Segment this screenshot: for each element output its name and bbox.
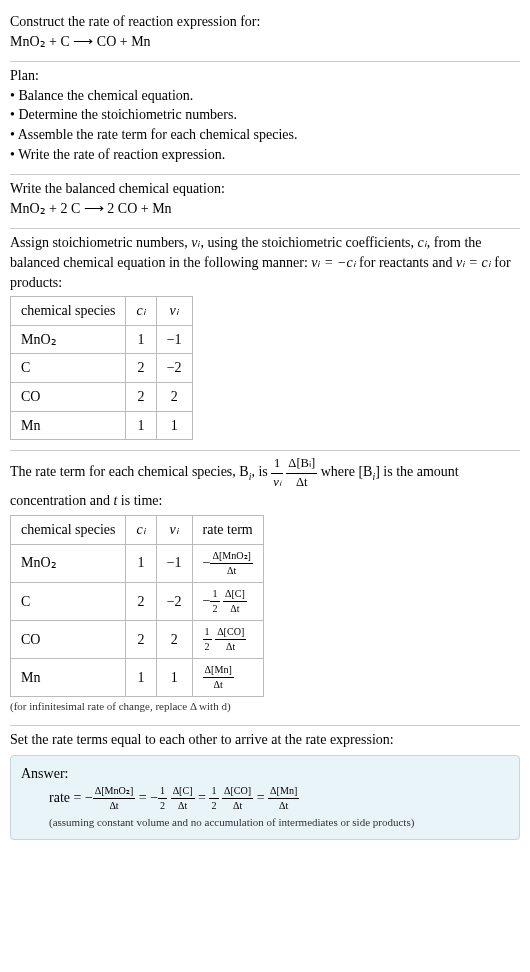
col-species: chemical species: [11, 297, 126, 326]
numerator: 1: [203, 625, 212, 640]
numerator: Δ[C]: [171, 784, 195, 799]
fraction: Δ[C]Δt: [223, 587, 247, 616]
balanced-section: Write the balanced chemical equation: Mn…: [10, 175, 520, 228]
cell-nui: −2: [156, 354, 192, 383]
text: The rate term for each chemical species,…: [10, 464, 249, 479]
cell-species: MnO₂: [11, 325, 126, 354]
cell-species: CO: [11, 620, 126, 658]
rate-label: rate =: [49, 790, 85, 805]
plan-bullet: • Balance the chemical equation.: [10, 86, 520, 106]
equals: =: [257, 790, 268, 805]
numerator: 1: [158, 784, 167, 799]
numerator: Δ[Bᵢ]: [286, 455, 317, 474]
table-row: MnO₂ 1 −1 −Δ[MnO₂]Δt: [11, 544, 264, 582]
cell-species: CO: [11, 382, 126, 411]
relation-products: νᵢ = cᵢ: [456, 255, 491, 270]
plan-section: Plan: • Balance the chemical equation. •…: [10, 62, 520, 174]
fraction: Δ[C]Δt: [171, 784, 195, 813]
expression-section: Set the rate terms equal to each other t…: [10, 726, 520, 850]
cell-rate-term: Δ[Mn]Δt: [192, 659, 263, 697]
col-rate-term: rate term: [192, 515, 263, 544]
numerator: 1: [271, 455, 283, 474]
numerator: Δ[Mn]: [203, 663, 234, 678]
table-row: MnO₂ 1 −1: [11, 325, 193, 354]
cell-species: MnO₂: [11, 544, 126, 582]
denominator: Δt: [223, 602, 247, 616]
cell-ci: 2: [126, 582, 156, 620]
col-nui: νᵢ: [156, 297, 192, 326]
fraction: 12: [209, 784, 218, 813]
neg-sign: −: [203, 554, 211, 569]
cell-species: C: [11, 582, 126, 620]
table-row: C 2 −2 −12 Δ[C]Δt: [11, 582, 264, 620]
prompt-title: Construct the rate of reaction expressio…: [10, 12, 520, 32]
cell-nui: −1: [156, 544, 192, 582]
cell-ci: 1: [126, 659, 156, 697]
col-species: chemical species: [11, 515, 126, 544]
cell-species: C: [11, 354, 126, 383]
numerator: 1: [210, 587, 219, 602]
table-row: CO 2 2: [11, 382, 193, 411]
fraction: Δ[CO]Δt: [215, 625, 246, 654]
cell-nui: 2: [156, 382, 192, 411]
plan-bullet: • Write the rate of reaction expression.: [10, 145, 520, 165]
cell-ci: 2: [126, 382, 156, 411]
c-i: cᵢ: [418, 235, 427, 250]
fraction: Δ[CO]Δt: [222, 784, 253, 813]
denominator: νᵢ: [271, 474, 283, 492]
numerator: Δ[MnO₂]: [93, 784, 135, 799]
table-row: Mn 1 1 Δ[Mn]Δt: [11, 659, 264, 697]
answer-label: Answer:: [21, 764, 509, 784]
numerator: Δ[MnO₂]: [210, 549, 252, 564]
fraction: 12: [203, 625, 212, 654]
cell-ci: 1: [126, 544, 156, 582]
text: for reactants and: [356, 255, 456, 270]
assumption-note: (assuming constant volume and no accumul…: [21, 815, 509, 830]
cell-nui: 1: [156, 411, 192, 440]
numerator: Δ[CO]: [222, 784, 253, 799]
delta-note: (for infinitesimal rate of change, repla…: [10, 699, 520, 714]
fraction: Δ[Mn]Δt: [268, 784, 299, 813]
plan-title: Plan:: [10, 66, 520, 86]
denominator: Δt: [222, 799, 253, 813]
cell-nui: 1: [156, 659, 192, 697]
denominator: Δt: [171, 799, 195, 813]
text: where [B: [321, 464, 373, 479]
col-nui: νᵢ: [156, 515, 192, 544]
stoich-table: chemical species cᵢ νᵢ MnO₂ 1 −1 C 2 −2 …: [10, 296, 193, 440]
answer-box: Answer: rate = −Δ[MnO₂]Δt = −12 Δ[C]Δt =…: [10, 755, 520, 839]
unbalanced-equation: MnO₂ + C ⟶ CO + Mn: [10, 32, 520, 52]
denominator: 2: [210, 602, 219, 616]
table-header-row: chemical species cᵢ νᵢ rate term: [11, 515, 264, 544]
denominator: Δt: [93, 799, 135, 813]
numerator: Δ[CO]: [215, 625, 246, 640]
numerator: Δ[C]: [223, 587, 247, 602]
rate-expression: rate = −Δ[MnO₂]Δt = −12 Δ[C]Δt = 12 Δ[CO…: [21, 784, 509, 813]
rate-term-section: The rate term for each chemical species,…: [10, 451, 520, 725]
denominator: Δt: [215, 640, 246, 654]
neg-sign: −: [85, 790, 93, 805]
text: Assign stoichiometric numbers,: [10, 235, 191, 250]
cell-nui: −1: [156, 325, 192, 354]
table-row: Mn 1 1: [11, 411, 193, 440]
cell-nui: 2: [156, 620, 192, 658]
fraction: 12: [210, 587, 219, 616]
cell-nui: −2: [156, 582, 192, 620]
text: , using the stoichiometric coefficients,: [200, 235, 417, 250]
denominator: Δt: [203, 678, 234, 692]
expression-title: Set the rate terms equal to each other t…: [10, 730, 520, 750]
denominator: Δt: [268, 799, 299, 813]
text: , is: [251, 464, 271, 479]
equals: =: [198, 790, 209, 805]
balanced-title: Write the balanced chemical equation:: [10, 179, 520, 199]
table-row: CO 2 2 12 Δ[CO]Δt: [11, 620, 264, 658]
stoich-section: Assign stoichiometric numbers, νᵢ, using…: [10, 229, 520, 450]
denominator: 2: [203, 640, 212, 654]
cell-rate-term: 12 Δ[CO]Δt: [192, 620, 263, 658]
cell-rate-term: −Δ[MnO₂]Δt: [192, 544, 263, 582]
stoich-intro: Assign stoichiometric numbers, νᵢ, using…: [10, 233, 520, 292]
col-ci: cᵢ: [126, 297, 156, 326]
rate-term-table: chemical species cᵢ νᵢ rate term MnO₂ 1 …: [10, 515, 264, 697]
cell-ci: 2: [126, 354, 156, 383]
relation-reactants: νᵢ = −cᵢ: [311, 255, 355, 270]
